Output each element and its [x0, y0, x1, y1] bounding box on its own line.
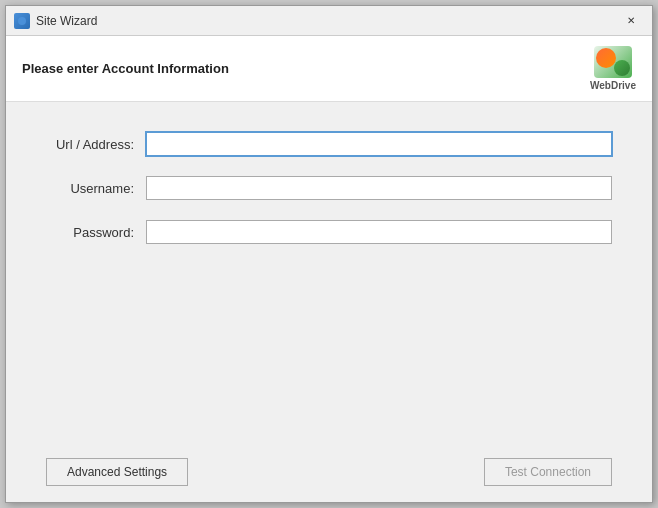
url-input[interactable] — [146, 132, 612, 156]
close-button[interactable]: ✕ — [618, 11, 644, 31]
username-input[interactable] — [146, 176, 612, 200]
username-row: Username: — [46, 176, 612, 200]
page-title: Please enter Account Information — [22, 61, 229, 76]
title-bar: Site Wizard ✕ — [6, 6, 652, 36]
footer: Advanced Settings Test Connection — [6, 442, 652, 502]
svg-point-0 — [18, 17, 26, 25]
site-wizard-window: Site Wizard ✕ Please enter Account Infor… — [5, 5, 653, 503]
webdrive-logo: WebDrive — [590, 46, 636, 91]
url-row: Url / Address: — [46, 132, 612, 156]
url-label: Url / Address: — [46, 137, 146, 152]
advanced-settings-button[interactable]: Advanced Settings — [46, 458, 188, 486]
webdrive-logo-text: WebDrive — [590, 80, 636, 91]
webdrive-logo-icon — [594, 46, 632, 78]
title-bar-left: Site Wizard — [14, 13, 97, 29]
password-label: Password: — [46, 225, 146, 240]
username-label: Username: — [46, 181, 146, 196]
content-area: Url / Address: Username: Password: — [6, 102, 652, 442]
form-section: Url / Address: Username: Password: — [46, 132, 612, 422]
window-title: Site Wizard — [36, 14, 97, 28]
title-bar-controls: ✕ — [618, 11, 644, 31]
password-input[interactable] — [146, 220, 612, 244]
header-bar: Please enter Account Information WebDriv… — [6, 36, 652, 102]
window-icon — [14, 13, 30, 29]
test-connection-button[interactable]: Test Connection — [484, 458, 612, 486]
password-row: Password: — [46, 220, 612, 244]
